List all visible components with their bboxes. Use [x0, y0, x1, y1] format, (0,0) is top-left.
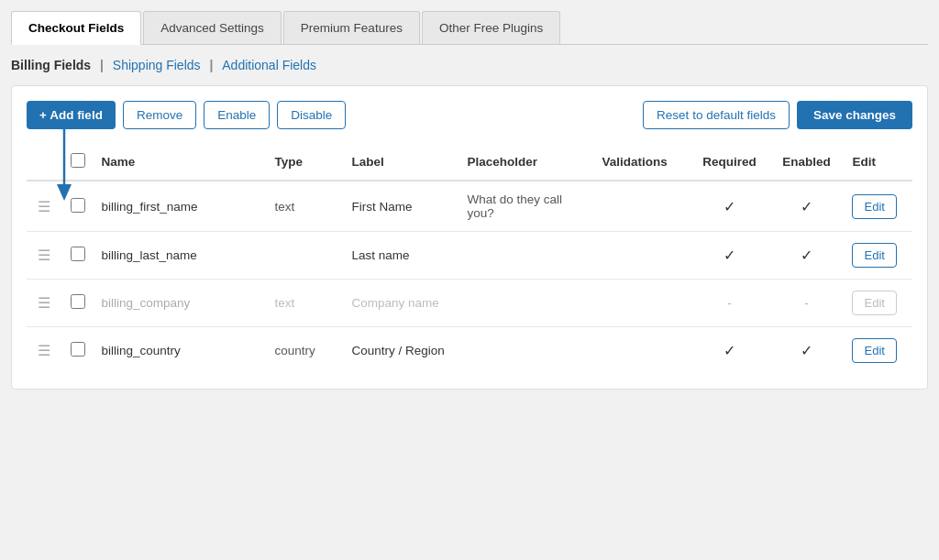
save-button[interactable]: Save changes — [797, 101, 912, 129]
drag-icon: ☰ — [34, 199, 54, 214]
table-row: ☰ billing_last_name Last name ✓ ✓ Edit — [27, 232, 912, 280]
tab-other-free-plugins[interactable]: Other Free Plugins — [422, 11, 560, 44]
tab-advanced-settings[interactable]: Advanced Settings — [143, 11, 282, 44]
tab-checkout-fields[interactable]: Checkout Fields — [11, 11, 141, 45]
drag-handle[interactable]: ☰ — [27, 280, 63, 327]
field-type-cell — [267, 232, 344, 280]
drag-handle[interactable]: ☰ — [27, 232, 63, 280]
field-placeholder-cell: What do they call you? — [459, 181, 594, 232]
field-required-cell: ✓ — [690, 327, 768, 375]
select-all-checkbox[interactable] — [71, 153, 85, 168]
field-validations-cell — [594, 327, 690, 375]
subnav-sep-2: | — [209, 58, 213, 72]
drag-icon: ☰ — [34, 295, 54, 311]
drag-handle[interactable]: ☰ — [27, 181, 63, 232]
field-edit-cell: Edit — [845, 280, 912, 327]
row-checkbox-cell — [63, 232, 94, 280]
col-header-check — [63, 144, 94, 181]
field-placeholder-cell — [459, 232, 594, 280]
col-header-edit: Edit — [845, 144, 912, 181]
enabled-dash: - — [804, 296, 809, 310]
field-validations-cell — [594, 280, 690, 327]
tabs-bar: Checkout Fields Advanced Settings Premiu… — [11, 11, 928, 45]
col-header-validations: Validations — [594, 144, 690, 181]
edit-button-2: Edit — [852, 291, 896, 315]
field-enabled-cell: - — [768, 280, 845, 327]
field-required-cell: ✓ — [690, 181, 768, 232]
tab-premium-features[interactable]: Premium Features — [283, 11, 420, 44]
col-header-label: Label — [344, 144, 459, 181]
field-placeholder-cell — [459, 327, 594, 375]
col-header-placeholder: Placeholder — [459, 144, 594, 181]
field-validations-cell — [594, 232, 690, 280]
field-edit-cell: Edit — [845, 181, 912, 232]
content-card: + Add field Remove Enable Disable Reset … — [11, 85, 928, 390]
col-header-name: Name — [94, 144, 267, 181]
required-check: ✓ — [724, 247, 735, 263]
field-name-cell: billing_company — [94, 280, 267, 327]
table-row: ☰ billing_company text Company name - - … — [27, 280, 912, 327]
field-required-cell: - — [690, 280, 768, 327]
enabled-check: ✓ — [801, 199, 812, 214]
field-label-cell: Company name — [344, 280, 459, 327]
col-header-required: Required — [690, 144, 768, 181]
field-label-cell: Last name — [344, 232, 459, 280]
enabled-check: ✓ — [801, 247, 812, 263]
field-name-cell: billing_first_name — [94, 181, 267, 232]
enable-button[interactable]: Enable — [204, 101, 270, 129]
field-name-cell: billing_last_name — [94, 232, 267, 280]
field-edit-cell: Edit — [845, 327, 912, 375]
toolbar-right: Reset to default fields Save changes — [643, 101, 912, 129]
field-enabled-cell: ✓ — [768, 181, 845, 232]
row-checkbox-cell — [63, 280, 94, 327]
field-type-cell: country — [267, 327, 344, 375]
field-label-cell: Country / Region — [344, 327, 459, 375]
subnav-billing-label: Billing Fields — [11, 58, 91, 72]
row-checkbox-cell — [63, 327, 94, 375]
disable-button[interactable]: Disable — [277, 101, 346, 129]
row-checkbox-2[interactable] — [71, 294, 85, 309]
drag-icon: ☰ — [34, 247, 54, 263]
enabled-check: ✓ — [801, 343, 812, 358]
field-enabled-cell: ✓ — [768, 232, 845, 280]
field-validations-cell — [594, 181, 690, 232]
field-name-cell: billing_country — [94, 327, 267, 375]
arrow-container: + Add field — [27, 101, 116, 129]
table-body: ☰ billing_first_name text First Name Wha… — [27, 181, 912, 374]
row-checkbox-1[interactable] — [71, 247, 85, 261]
row-checkbox-cell — [63, 181, 94, 232]
required-check: ✓ — [724, 343, 735, 358]
row-checkbox-3[interactable] — [71, 342, 85, 357]
table-row: ☰ billing_country country Country / Regi… — [27, 327, 912, 375]
drag-handle[interactable]: ☰ — [27, 327, 63, 375]
table-row: ☰ billing_first_name text First Name Wha… — [27, 181, 912, 232]
edit-button-1[interactable]: Edit — [852, 243, 896, 268]
table-header-row: Name Type Label Placeholder Validations … — [27, 144, 912, 181]
toolbar-left: + Add field Remove Enable Disable — [27, 101, 346, 129]
toolbar: + Add field Remove Enable Disable Reset … — [27, 101, 912, 129]
field-type-cell: text — [267, 280, 344, 327]
field-edit-cell: Edit — [845, 232, 912, 280]
field-type-cell: text — [267, 181, 344, 232]
required-dash: - — [727, 296, 732, 310]
fields-table: Name Type Label Placeholder Validations … — [27, 144, 912, 374]
field-placeholder-cell — [459, 280, 594, 327]
field-enabled-cell: ✓ — [768, 327, 845, 375]
row-checkbox-0[interactable] — [71, 198, 85, 213]
edit-button-0[interactable]: Edit — [852, 194, 896, 219]
remove-button[interactable]: Remove — [123, 101, 196, 129]
drag-icon: ☰ — [34, 343, 54, 358]
field-label-cell: First Name — [344, 181, 459, 232]
col-header-type: Type — [267, 144, 344, 181]
col-header-enabled: Enabled — [768, 144, 845, 181]
edit-button-3[interactable]: Edit — [852, 338, 896, 363]
field-required-cell: ✓ — [690, 232, 768, 280]
subnav-sep-1: | — [100, 58, 104, 72]
reset-button[interactable]: Reset to default fields — [643, 101, 790, 129]
sub-nav: Billing Fields | Shipping Fields | Addit… — [11, 58, 928, 72]
subnav-additional-link[interactable]: Additional Fields — [222, 58, 316, 72]
col-header-drag — [27, 144, 63, 181]
required-check: ✓ — [724, 199, 735, 214]
add-field-button[interactable]: + Add field — [27, 101, 116, 129]
subnav-shipping-link[interactable]: Shipping Fields — [113, 58, 201, 72]
